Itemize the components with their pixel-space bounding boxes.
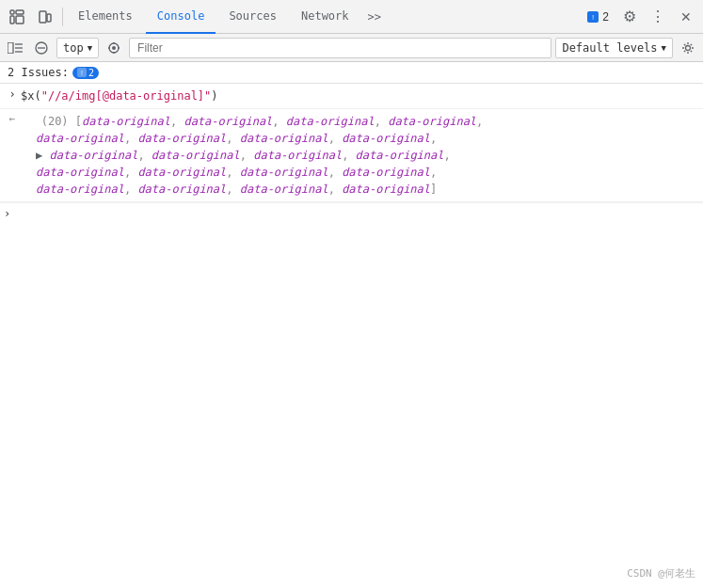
tab-sources[interactable]: Sources — [217, 0, 288, 34]
svg-rect-1 — [10, 16, 14, 24]
issues-bar: 2 Issues: ! 2 — [0, 62, 703, 84]
watermark: CSDN @何老生 — [627, 566, 695, 580]
show-console-sidebar-button[interactable] — [4, 37, 26, 59]
toolbar-divider-1 — [62, 8, 63, 26]
svg-rect-8 — [8, 42, 13, 54]
console-input-text: $x("//a/img[@data-original]") — [21, 86, 703, 106]
main-content: top ▼ Default levels ▼ 2 Iss — [0, 34, 703, 588]
result-line-1: (20) [data-original, data-original, data… — [21, 113, 703, 130]
tab-network[interactable]: Network — [290, 0, 360, 34]
devtools-toolbar: Elements Console Sources Network >> ! 2 … — [0, 0, 703, 34]
more-options-button[interactable]: ⋮ — [645, 4, 671, 30]
svg-text:!: ! — [592, 13, 594, 22]
tab-console[interactable]: Console — [146, 0, 216, 34]
svg-rect-4 — [40, 11, 46, 23]
clear-console-button[interactable] — [30, 37, 53, 59]
console-toolbar: top ▼ Default levels ▼ — [0, 34, 703, 62]
device-toolbar-button[interactable] — [32, 4, 58, 30]
console-entry-input: › $x("//a/img[@data-original]") — [0, 84, 703, 109]
svg-rect-5 — [47, 14, 51, 22]
close-devtools-button[interactable]: ✕ — [673, 4, 699, 30]
issues-button[interactable]: ! 2 — [581, 4, 615, 30]
console-filter-input[interactable] — [129, 38, 551, 58]
prompt-icon: › — [4, 207, 19, 220]
toolbar-right: ! 2 ⚙ ⋮ ✕ — [581, 4, 699, 30]
context-selector[interactable]: top ▼ — [56, 38, 99, 58]
console-settings-button[interactable] — [677, 37, 699, 59]
issues-count-badge: ! 2 — [72, 67, 99, 79]
input-chevron-icon: › — [4, 86, 21, 101]
live-expressions-button[interactable] — [103, 37, 125, 59]
svg-text:!: ! — [81, 70, 83, 76]
console-entry-result: ← (20) [data-original, data-original, da… — [0, 109, 703, 202]
svg-rect-2 — [16, 10, 24, 14]
issues-label: 2 Issues: — [8, 66, 69, 79]
result-line-5: data-original, data-original, data-origi… — [21, 181, 703, 198]
svg-point-15 — [112, 46, 116, 50]
console-prompt-row: › — [0, 202, 703, 223]
inspect-element-button[interactable] — [4, 4, 30, 30]
result-line-3: ▶ data-original, data-original, data-ori… — [21, 147, 703, 164]
svg-rect-0 — [10, 10, 14, 14]
result-line-2: data-original, data-original, data-origi… — [21, 130, 703, 147]
result-line-4: data-original, data-original, data-origi… — [21, 164, 703, 181]
console-output: › $x("//a/img[@data-original]") ← (20) [… — [0, 84, 703, 588]
console-result-text: (20) [data-original, data-original, data… — [21, 111, 703, 199]
svg-rect-3 — [16, 16, 24, 24]
result-arrow-icon: ← — [4, 111, 21, 125]
tab-elements[interactable]: Elements — [67, 0, 144, 34]
more-tabs-button[interactable]: >> — [362, 10, 387, 24]
settings-button[interactable]: ⚙ — [616, 4, 643, 30]
svg-point-20 — [686, 45, 691, 50]
log-levels-selector[interactable]: Default levels ▼ — [555, 38, 673, 58]
